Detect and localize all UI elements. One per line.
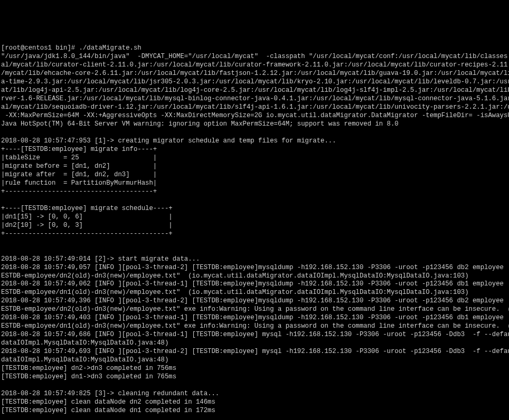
log-line: ESTDB-employee/dn2(old)-dn3(new)/employe… (1, 272, 469, 280)
log-line: |dn2[10] -> [0, 0, 3] | (1, 222, 173, 229)
log-line: ESTDB-employee/dn2(old)-dn3(new)/employe… (1, 306, 509, 313)
log-line: "/usr/java/jdk1.8.0_144/bin/java" -DMYCA… (1, 53, 509, 60)
log-line: [TESTDB:employee] clean dataNode dn2 com… (1, 398, 215, 406)
log-line: +----[TESTDB:employee] migrate info----+ (1, 146, 157, 153)
log-line: [TESTDB:employee] dn2->dn3 completed in … (1, 365, 176, 372)
log-line: at/lib/log4j-api-2.5.jar:/usr/local/myca… (1, 87, 509, 94)
log-line: Java HotSpot(TM) 64-Bit Server VM warnin… (1, 120, 399, 128)
log-line: ESTDB-employee/dn1(old)-dn3(new)/employe… (1, 289, 469, 296)
log-line: al/mycat/lib/sequoiadb-driver-1.12.jar:/… (1, 103, 509, 111)
log-line: |tableSize = 25 | (1, 154, 157, 161)
log-line: 2018-08-28 10:57:47:953 [1]-> creating m… (1, 137, 336, 145)
log-line: 2018-08-28 10:57:49:014 [2]-> start migr… (1, 255, 200, 263)
log-line: |dn1[15] -> [0, 0, 6] | (1, 213, 173, 221)
log-line: +---------------------------------------… (1, 230, 173, 237)
log-line: |migrate before = [dn1, dn2] | (1, 163, 157, 170)
log-line: |migrate after = [dn1, dn2, dn3] | (1, 171, 157, 178)
log-line: /mycat/lib/ehcache-core-2.6.11.jar:/usr/… (1, 70, 509, 77)
log-line: -XX:MaxPermSize=64M -XX:+AggressiveOpts … (1, 112, 509, 119)
log-line: a-time-2.9.3.jar:/usr/local/mycat/lib/js… (1, 78, 509, 85)
log-line: rver-1.6-RELEASE.jar:/usr/local/mycat/li… (1, 95, 509, 102)
log-line: [TESTDB:employee] dn1->dn3 completed in … (1, 373, 176, 380)
log-line: 2018-08-28 10:57:49:825 [3]-> cleaning r… (1, 390, 219, 397)
log-line: dataIOImpl.MysqlDataIO:MysqlDataIO.java:… (1, 356, 168, 364)
log-line: |rule function = PartitionByMurmurHash| (1, 179, 157, 187)
log-line: ESTDB-employee/dn1(old)-dn3(new)/employe… (1, 322, 509, 330)
log-line: +--------------------------------------+ (1, 188, 157, 195)
log-line: +----[TESTDB:employee] migrate schedule-… (1, 205, 173, 212)
terminal-output[interactable]: [root@centos1 bin]# ./dataMigrate.sh "/u… (0, 42, 509, 420)
shell-prompt: [root@centos1 bin]# ./dataMigrate.sh (1, 44, 142, 52)
log-line: 2018-08-28 10:57:49,057 [INFO ][pool-3-t… (1, 264, 509, 271)
log-line: 2018-08-28 10:57:49,686 [INFO ][pool-3-t… (1, 331, 509, 338)
log-line: 2018-08-28 10:57:49,062 [INFO ][pool-3-t… (1, 280, 509, 288)
log-line: [TESTDB:employee] clean dataNode dn1 com… (1, 407, 215, 414)
log-line: dataIOImpl.MysqlDataIO:MysqlDataIO.java:… (1, 339, 168, 347)
log-line: al/mycat/lib/curator-client-2.11.0.jar:/… (1, 61, 509, 69)
log-line: 2018-08-28 10:57:49,396 [INFO ][pool-3-t… (1, 297, 509, 304)
log-line: 2018-08-28 10:57:49,403 [INFO ][pool-3-t… (1, 314, 509, 321)
log-line: 2018-08-28 10:57:49,693 [INFO ][pool-3-t… (1, 348, 509, 355)
